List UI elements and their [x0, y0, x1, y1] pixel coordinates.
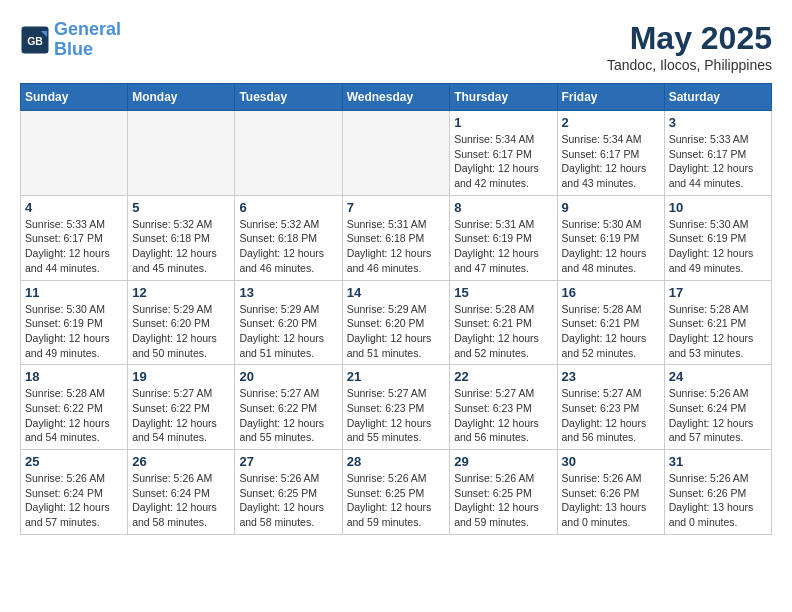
calendar-cell: 16Sunrise: 5:28 AM Sunset: 6:21 PM Dayli… — [557, 280, 664, 365]
day-info: Sunrise: 5:34 AM Sunset: 6:17 PM Dayligh… — [454, 132, 552, 191]
day-info: Sunrise: 5:27 AM Sunset: 6:22 PM Dayligh… — [239, 386, 337, 445]
calendar-cell: 14Sunrise: 5:29 AM Sunset: 6:20 PM Dayli… — [342, 280, 450, 365]
calendar-cell: 23Sunrise: 5:27 AM Sunset: 6:23 PM Dayli… — [557, 365, 664, 450]
day-info: Sunrise: 5:28 AM Sunset: 6:22 PM Dayligh… — [25, 386, 123, 445]
calendar-cell — [21, 111, 128, 196]
column-header-thursday: Thursday — [450, 84, 557, 111]
day-info: Sunrise: 5:33 AM Sunset: 6:17 PM Dayligh… — [25, 217, 123, 276]
calendar-cell: 24Sunrise: 5:26 AM Sunset: 6:24 PM Dayli… — [664, 365, 771, 450]
logo-icon: GB — [20, 25, 50, 55]
day-number: 29 — [454, 454, 552, 469]
day-number: 6 — [239, 200, 337, 215]
day-number: 30 — [562, 454, 660, 469]
day-info: Sunrise: 5:30 AM Sunset: 6:19 PM Dayligh… — [25, 302, 123, 361]
day-info: Sunrise: 5:26 AM Sunset: 6:25 PM Dayligh… — [239, 471, 337, 530]
day-number: 24 — [669, 369, 767, 384]
location: Tandoc, Ilocos, Philippines — [607, 57, 772, 73]
calendar-cell: 27Sunrise: 5:26 AM Sunset: 6:25 PM Dayli… — [235, 450, 342, 535]
calendar-week-row: 1Sunrise: 5:34 AM Sunset: 6:17 PM Daylig… — [21, 111, 772, 196]
day-info: Sunrise: 5:34 AM Sunset: 6:17 PM Dayligh… — [562, 132, 660, 191]
day-number: 28 — [347, 454, 446, 469]
calendar-cell — [235, 111, 342, 196]
calendar-cell: 31Sunrise: 5:26 AM Sunset: 6:26 PM Dayli… — [664, 450, 771, 535]
calendar-cell: 11Sunrise: 5:30 AM Sunset: 6:19 PM Dayli… — [21, 280, 128, 365]
day-info: Sunrise: 5:31 AM Sunset: 6:18 PM Dayligh… — [347, 217, 446, 276]
day-number: 18 — [25, 369, 123, 384]
calendar-cell: 19Sunrise: 5:27 AM Sunset: 6:22 PM Dayli… — [128, 365, 235, 450]
calendar-cell: 28Sunrise: 5:26 AM Sunset: 6:25 PM Dayli… — [342, 450, 450, 535]
day-info: Sunrise: 5:26 AM Sunset: 6:25 PM Dayligh… — [347, 471, 446, 530]
day-info: Sunrise: 5:26 AM Sunset: 6:26 PM Dayligh… — [562, 471, 660, 530]
day-info: Sunrise: 5:27 AM Sunset: 6:23 PM Dayligh… — [562, 386, 660, 445]
title-block: May 2025 Tandoc, Ilocos, Philippines — [607, 20, 772, 73]
calendar-cell: 1Sunrise: 5:34 AM Sunset: 6:17 PM Daylig… — [450, 111, 557, 196]
calendar-week-row: 4Sunrise: 5:33 AM Sunset: 6:17 PM Daylig… — [21, 195, 772, 280]
day-number: 25 — [25, 454, 123, 469]
day-number: 9 — [562, 200, 660, 215]
calendar-cell: 25Sunrise: 5:26 AM Sunset: 6:24 PM Dayli… — [21, 450, 128, 535]
calendar-cell: 2Sunrise: 5:34 AM Sunset: 6:17 PM Daylig… — [557, 111, 664, 196]
calendar-cell: 5Sunrise: 5:32 AM Sunset: 6:18 PM Daylig… — [128, 195, 235, 280]
day-number: 11 — [25, 285, 123, 300]
day-info: Sunrise: 5:31 AM Sunset: 6:19 PM Dayligh… — [454, 217, 552, 276]
day-info: Sunrise: 5:26 AM Sunset: 6:24 PM Dayligh… — [132, 471, 230, 530]
calendar-cell: 7Sunrise: 5:31 AM Sunset: 6:18 PM Daylig… — [342, 195, 450, 280]
column-header-saturday: Saturday — [664, 84, 771, 111]
day-number: 20 — [239, 369, 337, 384]
calendar-cell — [128, 111, 235, 196]
day-number: 7 — [347, 200, 446, 215]
day-number: 19 — [132, 369, 230, 384]
calendar-cell: 30Sunrise: 5:26 AM Sunset: 6:26 PM Dayli… — [557, 450, 664, 535]
day-info: Sunrise: 5:29 AM Sunset: 6:20 PM Dayligh… — [132, 302, 230, 361]
day-info: Sunrise: 5:32 AM Sunset: 6:18 PM Dayligh… — [132, 217, 230, 276]
day-info: Sunrise: 5:27 AM Sunset: 6:22 PM Dayligh… — [132, 386, 230, 445]
day-number: 27 — [239, 454, 337, 469]
logo: GB General Blue — [20, 20, 121, 60]
day-number: 23 — [562, 369, 660, 384]
day-number: 21 — [347, 369, 446, 384]
day-number: 31 — [669, 454, 767, 469]
day-info: Sunrise: 5:26 AM Sunset: 6:25 PM Dayligh… — [454, 471, 552, 530]
calendar-header-row: SundayMondayTuesdayWednesdayThursdayFrid… — [21, 84, 772, 111]
day-info: Sunrise: 5:27 AM Sunset: 6:23 PM Dayligh… — [347, 386, 446, 445]
day-number: 26 — [132, 454, 230, 469]
calendar-cell: 15Sunrise: 5:28 AM Sunset: 6:21 PM Dayli… — [450, 280, 557, 365]
day-number: 22 — [454, 369, 552, 384]
calendar-cell: 10Sunrise: 5:30 AM Sunset: 6:19 PM Dayli… — [664, 195, 771, 280]
calendar-cell: 20Sunrise: 5:27 AM Sunset: 6:22 PM Dayli… — [235, 365, 342, 450]
column-header-sunday: Sunday — [21, 84, 128, 111]
day-number: 8 — [454, 200, 552, 215]
calendar-cell: 26Sunrise: 5:26 AM Sunset: 6:24 PM Dayli… — [128, 450, 235, 535]
calendar-cell: 4Sunrise: 5:33 AM Sunset: 6:17 PM Daylig… — [21, 195, 128, 280]
calendar-cell: 21Sunrise: 5:27 AM Sunset: 6:23 PM Dayli… — [342, 365, 450, 450]
day-number: 1 — [454, 115, 552, 130]
calendar-cell: 18Sunrise: 5:28 AM Sunset: 6:22 PM Dayli… — [21, 365, 128, 450]
day-number: 13 — [239, 285, 337, 300]
day-info: Sunrise: 5:30 AM Sunset: 6:19 PM Dayligh… — [562, 217, 660, 276]
svg-text:GB: GB — [27, 34, 43, 46]
day-number: 16 — [562, 285, 660, 300]
column-header-tuesday: Tuesday — [235, 84, 342, 111]
page-header: GB General Blue May 2025 Tandoc, Ilocos,… — [20, 20, 772, 73]
day-info: Sunrise: 5:29 AM Sunset: 6:20 PM Dayligh… — [347, 302, 446, 361]
day-number: 12 — [132, 285, 230, 300]
calendar-cell: 17Sunrise: 5:28 AM Sunset: 6:21 PM Dayli… — [664, 280, 771, 365]
calendar-cell: 29Sunrise: 5:26 AM Sunset: 6:25 PM Dayli… — [450, 450, 557, 535]
day-info: Sunrise: 5:28 AM Sunset: 6:21 PM Dayligh… — [669, 302, 767, 361]
calendar-cell: 9Sunrise: 5:30 AM Sunset: 6:19 PM Daylig… — [557, 195, 664, 280]
calendar-week-row: 11Sunrise: 5:30 AM Sunset: 6:19 PM Dayli… — [21, 280, 772, 365]
column-header-friday: Friday — [557, 84, 664, 111]
calendar-week-row: 25Sunrise: 5:26 AM Sunset: 6:24 PM Dayli… — [21, 450, 772, 535]
calendar-cell: 3Sunrise: 5:33 AM Sunset: 6:17 PM Daylig… — [664, 111, 771, 196]
day-number: 5 — [132, 200, 230, 215]
day-info: Sunrise: 5:30 AM Sunset: 6:19 PM Dayligh… — [669, 217, 767, 276]
day-number: 4 — [25, 200, 123, 215]
calendar-table: SundayMondayTuesdayWednesdayThursdayFrid… — [20, 83, 772, 535]
day-info: Sunrise: 5:27 AM Sunset: 6:23 PM Dayligh… — [454, 386, 552, 445]
calendar-week-row: 18Sunrise: 5:28 AM Sunset: 6:22 PM Dayli… — [21, 365, 772, 450]
day-number: 10 — [669, 200, 767, 215]
day-info: Sunrise: 5:26 AM Sunset: 6:24 PM Dayligh… — [25, 471, 123, 530]
day-info: Sunrise: 5:32 AM Sunset: 6:18 PM Dayligh… — [239, 217, 337, 276]
day-info: Sunrise: 5:28 AM Sunset: 6:21 PM Dayligh… — [562, 302, 660, 361]
day-info: Sunrise: 5:28 AM Sunset: 6:21 PM Dayligh… — [454, 302, 552, 361]
